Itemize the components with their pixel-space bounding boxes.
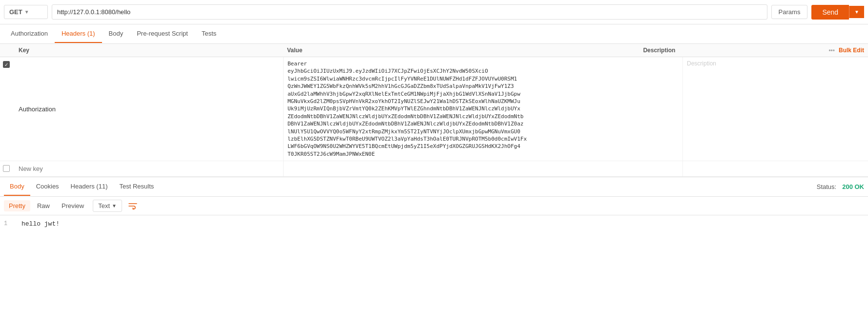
col-desc-header: Description	[643, 47, 828, 54]
send-dropdown-button[interactable]: ▼	[849, 6, 864, 18]
resp-tab-headers[interactable]: Headers (11)	[65, 178, 114, 196]
view-tab-pretty[interactable]: Pretty	[4, 200, 30, 211]
method-chevron-icon: ▼	[24, 9, 29, 15]
status-value: 200 OK	[842, 183, 864, 190]
bulk-edit-link[interactable]: Bulk Edit	[839, 47, 864, 54]
tab-authorization[interactable]: Authorization	[4, 25, 55, 43]
checkmark-icon: ✓	[4, 62, 8, 67]
response-tabs-left: Body Cookies Headers (11) Test Results	[4, 178, 160, 196]
tab-tests[interactable]: Tests	[195, 25, 223, 43]
view-type-chevron-icon: ▼	[112, 203, 117, 209]
description-placeholder: Description	[687, 60, 716, 67]
method-label: GET	[9, 8, 22, 16]
response-tabs-bar: Body Cookies Headers (11) Test Results S…	[0, 177, 868, 197]
tab-pre-request-script[interactable]: Pre-request Script	[130, 25, 195, 43]
new-key-input[interactable]	[15, 161, 283, 176]
view-tab-preview[interactable]: Preview	[57, 200, 89, 211]
tab-body[interactable]: Body	[102, 25, 130, 43]
headers-section: Key Value Description ••• Bulk Edit ✓ Be…	[0, 44, 868, 177]
new-value-input[interactable]	[283, 161, 682, 176]
col-key-header: Key	[4, 47, 287, 54]
send-button[interactable]: Send	[811, 5, 849, 20]
method-select[interactable]: GET ▼	[4, 5, 48, 19]
header-value-authorization[interactable]: Bearer eyJhbGciOiJIUzUxMiJ9.eyJzdWIiOiJ7…	[283, 57, 682, 161]
view-type-label: Text	[98, 202, 110, 209]
header-row-new	[0, 161, 868, 177]
actions-dots[interactable]: •••	[828, 47, 835, 54]
header-checkbox: ✓	[0, 57, 15, 161]
new-desc-input[interactable]	[682, 161, 868, 176]
wrap-icon[interactable]	[128, 201, 138, 211]
top-bar: GET ▼ Params Send ▼	[0, 0, 868, 24]
response-status-area: Status: 200 OK	[817, 183, 864, 190]
col-actions: ••• Bulk Edit	[828, 47, 864, 54]
resp-tab-cookies[interactable]: Cookies	[30, 178, 65, 196]
checkbox-new[interactable]	[3, 165, 10, 172]
header-desc-authorization[interactable]: Description	[682, 57, 868, 161]
url-input[interactable]	[52, 4, 767, 20]
status-label: Status:	[817, 183, 836, 190]
send-button-group: Send ▼	[811, 5, 864, 20]
resp-tab-body[interactable]: Body	[4, 178, 30, 196]
header-checkbox-new	[0, 161, 15, 176]
resp-tab-test-results[interactable]: Test Results	[113, 178, 160, 196]
header-key-authorization[interactable]	[15, 57, 283, 161]
view-type-select[interactable]: Text ▼	[93, 200, 122, 212]
line-number-1: 1	[4, 219, 14, 228]
checkbox-authorization[interactable]: ✓	[3, 61, 10, 68]
header-row-authorization: ✓ Bearer eyJhbGciOiJIUzUxMiJ9.eyJzdWIiOi…	[0, 57, 868, 161]
response-body-code[interactable]: 1 hello jwt!	[0, 215, 868, 233]
tab-headers[interactable]: Headers (1)	[55, 25, 102, 43]
code-line-1: 1 hello jwt!	[4, 219, 864, 229]
headers-table-header: Key Value Description ••• Bulk Edit	[0, 44, 868, 57]
body-view-bar: Pretty Raw Preview Text ▼	[0, 197, 868, 215]
params-button[interactable]: Params	[771, 5, 808, 19]
request-tabs: Authorization Headers (1) Body Pre-reque…	[0, 24, 868, 44]
view-tab-raw[interactable]: Raw	[32, 200, 55, 211]
col-value-header: Value	[287, 47, 643, 54]
line-content-1: hello jwt!	[21, 219, 60, 229]
response-section: Body Cookies Headers (11) Test Results S…	[0, 177, 868, 233]
